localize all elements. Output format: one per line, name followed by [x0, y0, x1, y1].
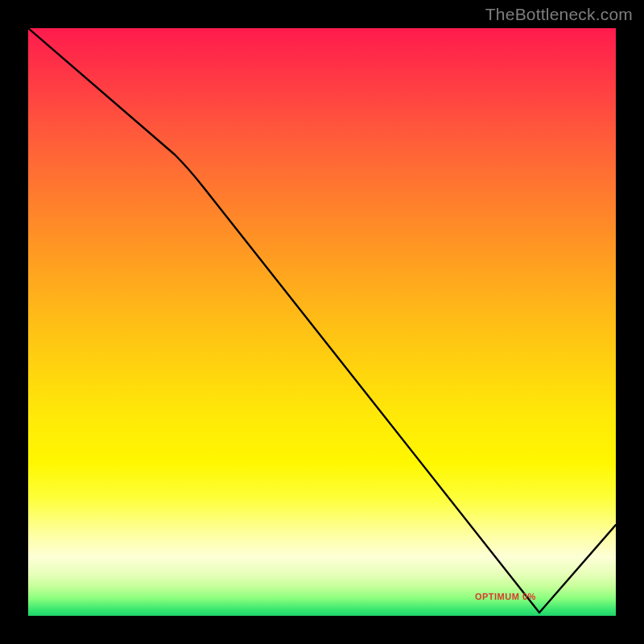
bottleneck-curve — [28, 28, 616, 616]
optimum-annotation: OPTIMUM 0% — [475, 592, 536, 601]
watermark-text: TheBottleneck.com — [485, 5, 633, 24]
plot-area: OPTIMUM 0% — [28, 28, 616, 616]
chart-frame: TheBottleneck.com OPTIMUM 0% — [0, 0, 644, 644]
curve-path — [28, 28, 616, 613]
